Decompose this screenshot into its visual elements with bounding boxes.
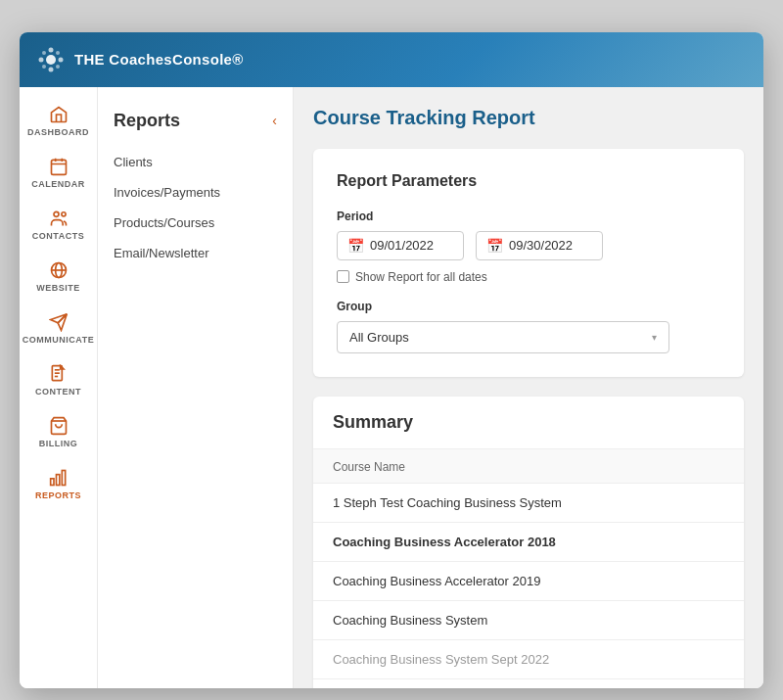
sidebar-label-contacts: CONTACTS [32, 231, 84, 241]
submenu-item-invoices[interactable]: Invoices/Payments [98, 177, 293, 208]
select-arrow-icon: ▾ [652, 332, 657, 343]
group-select-value: All Groups [349, 330, 409, 345]
table-row[interactable]: Coaching Business Accelerator 2019 [313, 562, 744, 601]
reports-sidebar-header: Reports ‹ [98, 103, 293, 147]
svg-rect-9 [51, 160, 66, 174]
group-select[interactable]: All Groups ▾ [337, 321, 669, 353]
cart-icon [49, 416, 69, 436]
table-row[interactable]: Coaching Business System [313, 601, 744, 640]
summary-title: Summary [333, 412, 724, 433]
globe-icon [49, 260, 69, 280]
sidebar-item-calendar[interactable]: CALENDAR [20, 147, 97, 199]
sidebar-item-contacts[interactable]: CONTACTS [20, 199, 97, 251]
svg-rect-24 [50, 478, 53, 485]
logo-icon [35, 44, 67, 75]
table-row[interactable]: 1 Steph Test Coaching Business System [313, 484, 744, 523]
logo-text: THE CoachesConsole® [74, 51, 244, 68]
period-label: Period [337, 210, 720, 223]
summary-header: Summary [313, 397, 744, 449]
calendar-icon [49, 157, 69, 176]
logo-area: THE CoachesConsole® [35, 44, 244, 75]
sidebar-label-website: WEBSITE [36, 283, 80, 293]
table-row[interactable]: Coaching Business Accelerator 2018 [313, 523, 744, 562]
sidebar-item-dashboard[interactable]: DASHBOARD [20, 95, 97, 147]
date-start-value: 09/01/2022 [370, 238, 434, 253]
reports-sidebar-title: Reports [114, 111, 180, 131]
sidebar-label-billing: BILLING [39, 439, 78, 448]
date-range-row: 📅 09/01/2022 📅 09/30/2022 [337, 231, 720, 260]
table-row[interactable]: Coaching Bu... [313, 679, 744, 688]
svg-point-2 [49, 67, 54, 71]
sidebar-label-communicate: COMMUNICATE [23, 335, 94, 345]
chart-icon [49, 468, 69, 488]
sidebar-label-dashboard: DASHBOARD [27, 127, 89, 137]
house-icon [49, 105, 69, 124]
date-start-input[interactable]: 📅 09/01/2022 [337, 231, 464, 260]
submenu-item-products[interactable]: Products/Courses [98, 208, 293, 238]
sidebar-label-calendar: CALENDAR [31, 179, 85, 189]
report-parameters-card: Report Parameters Period 📅 09/01/2022 📅 … [313, 149, 744, 377]
top-header: THE CoachesConsole® [20, 32, 763, 87]
group-label: Group [337, 300, 720, 313]
sidebar-label-reports: REPORTS [35, 490, 81, 500]
reports-submenu: Reports ‹ Clients Invoices/Payments Prod… [98, 87, 294, 688]
send-icon [49, 312, 69, 332]
calendar-end-icon: 📅 [486, 238, 503, 254]
app-window: THE CoachesConsole® DASHBOARD CAL [20, 32, 763, 688]
submenu-item-email[interactable]: Email/Newsletter [98, 238, 293, 268]
sidebar-item-website[interactable]: WEBSITE [20, 251, 97, 303]
table-column-header: Course Name [313, 449, 744, 484]
svg-point-1 [49, 47, 54, 52]
sidebar-item-billing[interactable]: BILLING [20, 406, 97, 458]
people-icon [49, 209, 69, 228]
svg-point-4 [59, 57, 64, 62]
date-end-value: 09/30/2022 [509, 238, 573, 253]
sidebar-label-content: CONTENT [35, 387, 81, 397]
sidebar-item-content[interactable]: CONTENT [20, 354, 97, 406]
svg-point-14 [61, 211, 65, 215]
report-params-title: Report Parameters [337, 172, 720, 190]
svg-point-6 [56, 51, 60, 55]
page-title: Course Tracking Report [313, 107, 744, 129]
svg-point-8 [56, 65, 60, 69]
svg-point-5 [42, 51, 46, 55]
main-content: Course Tracking Report Report Parameters… [294, 87, 763, 688]
svg-point-7 [42, 65, 46, 69]
show-all-dates-label: Show Report for all dates [355, 270, 487, 284]
show-all-dates-checkbox[interactable] [337, 270, 349, 283]
summary-card: Summary Course Name 1 Steph Test Coachin… [313, 397, 744, 688]
file-icon [49, 364, 69, 384]
date-end-input[interactable]: 📅 09/30/2022 [476, 231, 603, 260]
svg-point-3 [39, 57, 44, 62]
show-all-dates-row: Show Report for all dates [337, 270, 720, 284]
icon-sidebar: DASHBOARD CALENDAR CONTACTS [20, 87, 98, 688]
sidebar-item-reports[interactable]: REPORTS [20, 458, 97, 510]
svg-rect-25 [56, 474, 59, 485]
submenu-item-clients[interactable]: Clients [98, 147, 293, 177]
col-header-course-name: Course Name [333, 460, 405, 474]
calendar-start-icon: 📅 [347, 238, 364, 254]
main-layout: DASHBOARD CALENDAR CONTACTS [20, 87, 763, 688]
svg-point-0 [46, 55, 56, 65]
table-row[interactable]: Coaching Business System Sept 2022 [313, 640, 744, 679]
svg-rect-26 [62, 470, 65, 485]
svg-point-13 [54, 211, 59, 216]
sidebar-item-communicate[interactable]: COMMUNICATE [20, 303, 97, 354]
collapse-sidebar-button[interactable]: ‹ [272, 113, 277, 128]
